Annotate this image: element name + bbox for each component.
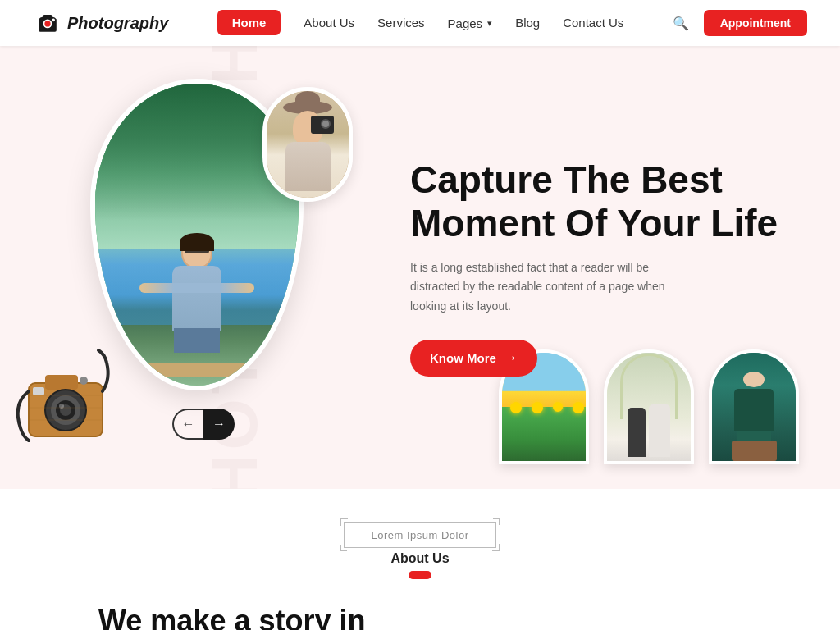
nav-link-services[interactable]: Services [377,16,425,30]
hero-text-content: Capture The Best Moment Of Your Life It … [402,158,791,377]
chevron-down-icon: ▾ [487,18,492,29]
nav-item-pages[interactable]: Pages ▾ [448,16,493,30]
nav-item-blog[interactable]: Blog [515,16,540,30]
know-more-button[interactable]: Know More → [410,340,537,377]
svg-point-2 [44,21,50,26]
navbar: Photography Home About Us Services Pages… [0,0,840,46]
nav-link-contact[interactable]: Contact Us [563,16,623,30]
next-arrow-button[interactable]: → [203,409,235,440]
arrow-right-icon: → [503,349,518,367]
hero-navigation-arrows: ← → [172,409,235,440]
nav-link-blog[interactable]: Blog [515,16,540,30]
know-more-label: Know More [430,351,496,365]
hero-section: PHOTOGRAPHY [0,46,840,489]
about-headline: We make a story in [98,604,742,630]
nav-link-pages[interactable]: Pages ▾ [448,16,493,30]
hero-title-line2: Moment Of Your Life [410,202,778,244]
brand-logo[interactable]: Photography [33,8,168,38]
section-tag-box: Lorem Ipsum Dolor [344,522,495,548]
nav-link-home[interactable]: Home [217,10,281,35]
svg-rect-11 [33,387,44,395]
corner-decoration-tl [493,518,500,525]
nav-item-services[interactable]: Services [377,16,425,30]
about-headline-line1: We make a story in [98,604,365,630]
hero-title: Capture The Best Moment Of Your Life [410,158,791,245]
corner-decoration-br [340,545,347,551]
svg-point-3 [52,19,55,22]
camera-logo-icon [33,8,62,38]
svg-rect-5 [45,375,78,390]
search-icon[interactable]: 🔍 [673,16,689,31]
hero-portrait-image [262,87,353,202]
section-tag: Lorem Ipsum Dolor About Us [344,522,495,579]
nav-link-about[interactable]: About Us [304,16,354,30]
nav-item-contact[interactable]: Contact Us [563,16,623,30]
nav-right: 🔍 Appointment [673,10,807,36]
section-tag-label: Lorem Ipsum Dolor [371,529,468,541]
nav-item-home[interactable]: Home [217,16,281,30]
about-title: About Us [390,551,449,566]
about-section: Lorem Ipsum Dolor About Us We make a sto… [0,489,840,630]
about-bottom: We make a story in [0,604,840,630]
nav-links: Home About Us Services Pages ▾ Blog Cont… [217,16,624,30]
hero-images: ← → [25,71,402,464]
dot-indicator [409,571,431,579]
svg-point-12 [80,377,88,385]
camera-decoration-icon [16,346,123,453]
nav-item-about[interactable]: About Us [304,16,354,30]
hero-title-line1: Capture The Best [410,158,723,201]
hero-description: It is a long established fact that a rea… [410,258,673,317]
camera-decoration [16,346,123,456]
hero-content: ← → Capture The Best Moment Of Your Life… [0,46,840,489]
prev-arrow-button[interactable]: ← [172,409,203,440]
appointment-button[interactable]: Appointment [704,10,807,36]
brand-name: Photography [67,14,168,33]
